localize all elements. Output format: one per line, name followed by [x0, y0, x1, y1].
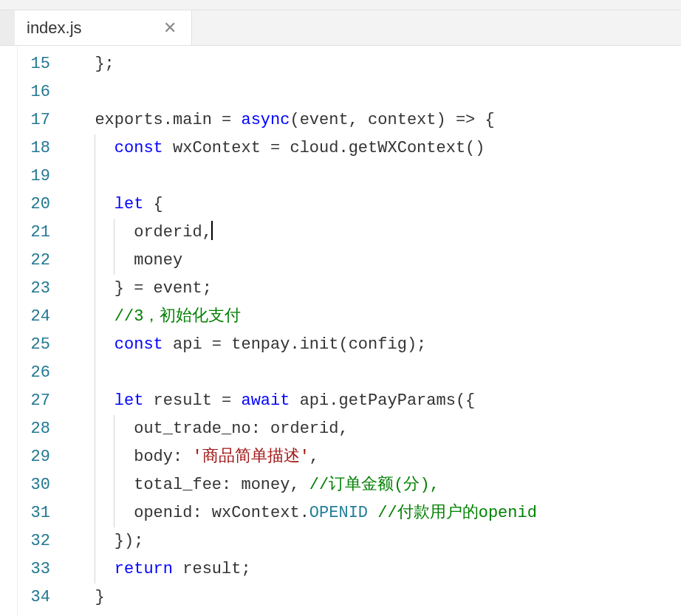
line-number: 24: [18, 303, 64, 331]
code-line: [75, 78, 681, 106]
code-line: //3，初始化支付: [75, 303, 681, 331]
line-number: 30: [18, 471, 64, 499]
code-line: return result;: [75, 555, 681, 584]
code-line: [75, 162, 681, 191]
line-number: 15: [18, 50, 64, 78]
code-line: openid: wxContext.OPENID //付款用户的openid: [75, 499, 681, 527]
line-number: 21: [18, 219, 64, 247]
line-number: 34: [18, 584, 64, 612]
line-number: 28: [18, 415, 64, 443]
line-number: 33: [18, 555, 64, 584]
code-line: } = event;: [75, 275, 681, 303]
code-line: exports.main = async(event, context) => …: [75, 106, 681, 134]
line-number: 20: [18, 191, 64, 219]
line-number-gutter: 15 16 17 18 19 20 21 22 23 24 25 26 27 2…: [18, 46, 64, 616]
code-line: let result = await api.getPayParams({: [75, 387, 681, 415]
close-icon[interactable]: ✕: [160, 18, 179, 38]
line-number: 17: [18, 106, 64, 134]
fold-gutter: [0, 46, 18, 616]
tab-spacer: [0, 10, 15, 45]
code-line: body: '商品简单描述',: [75, 443, 681, 471]
code-line: total_fee: money, //订单金额(分),: [75, 471, 681, 499]
code-area[interactable]: }; exports.main = async(event, context) …: [64, 46, 681, 616]
tab-bar: index.js ✕: [0, 10, 681, 46]
line-number: 23: [18, 275, 64, 303]
code-line: orderid,: [75, 219, 681, 247]
code-line: money: [75, 247, 681, 275]
tab-indexjs[interactable]: index.js ✕: [15, 10, 192, 45]
line-number: 22: [18, 247, 64, 275]
line-number: 27: [18, 387, 64, 415]
code-line: const wxContext = cloud.getWXContext(): [75, 134, 681, 162]
code-line: });: [75, 527, 681, 555]
code-line: };: [75, 50, 681, 78]
line-number: 25: [18, 331, 64, 359]
line-number: 19: [18, 162, 64, 191]
tab-label: index.js: [27, 18, 82, 38]
code-line: [75, 359, 681, 387]
code-line: let {: [75, 191, 681, 219]
text-cursor: [211, 221, 213, 240]
code-line: out_trade_no: orderid,: [75, 415, 681, 443]
line-number: 16: [18, 78, 64, 106]
line-number: 26: [18, 359, 64, 387]
code-line: const api = tenpay.init(config);: [75, 331, 681, 359]
line-number: 18: [18, 134, 64, 162]
code-editor[interactable]: 15 16 17 18 19 20 21 22 23 24 25 26 27 2…: [0, 46, 681, 616]
line-number: 31: [18, 499, 64, 527]
code-line: }: [75, 584, 681, 612]
top-toolbar: [0, 0, 681, 10]
line-number: 29: [18, 443, 64, 471]
line-number: 32: [18, 527, 64, 555]
